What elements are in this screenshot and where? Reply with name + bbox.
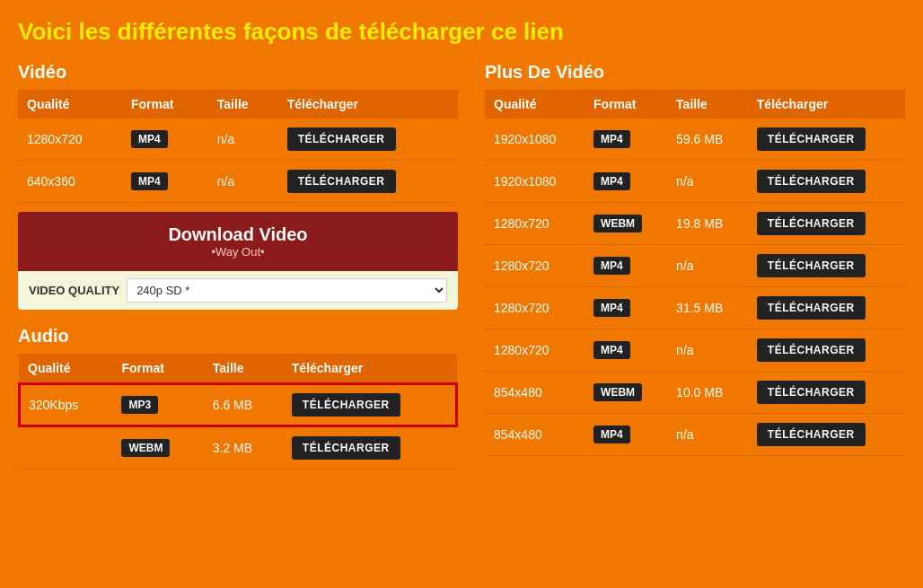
format-cell: WEBM <box>585 203 667 245</box>
audio-table: Qualité Format Taille Télécharger 320Kbp… <box>18 354 458 470</box>
dv-quality-label: VIDEO QUALITY <box>29 284 119 297</box>
plus-video-section-title: Plus De Vidéo <box>485 62 905 83</box>
table-row: 1280x720 MP4 n/a TÉLÉCHARGER <box>485 245 905 287</box>
page-title: Voici les différentes façons de téléchar… <box>18 18 905 46</box>
download-button[interactable]: TÉLÉCHARGER <box>292 436 400 460</box>
quality-cell: 1280x720 <box>18 118 122 161</box>
video-table: Qualité Format Taille Télécharger 1280x7… <box>18 90 458 203</box>
quality-cell: 1280x720 <box>485 245 585 287</box>
quality-cell: 854x480 <box>485 372 585 414</box>
video-header-quality: Qualité <box>18 90 122 118</box>
download-button[interactable]: TÉLÉCHARGER <box>757 170 866 193</box>
format-badge: MP4 <box>593 172 630 190</box>
download-cell: TÉLÉCHARGER <box>748 203 905 245</box>
quality-cell: 1920x1080 <box>485 118 585 161</box>
table-row: 640x360 MP4 n/a TÉLÉCHARGER <box>18 161 458 203</box>
table-row: 854x480 WEBM 10.0 MB TÉLÉCHARGER <box>485 372 905 414</box>
download-button[interactable]: TÉLÉCHARGER <box>757 381 866 404</box>
quality-cell: 1280x720 <box>485 287 585 329</box>
size-cell: 10.0 MB <box>667 372 748 414</box>
video-header-telecharger: Télécharger <box>278 90 458 118</box>
download-cell: TÉLÉCHARGER <box>748 287 905 329</box>
table-row: WEBM 3.2 MB TÉLÉCHARGER <box>19 426 457 470</box>
format-badge: MP4 <box>593 299 630 317</box>
plus-header-telecharger: Télécharger <box>748 90 905 118</box>
download-cell: TÉLÉCHARGER <box>748 245 905 287</box>
download-cell: TÉLÉCHARGER <box>748 329 905 372</box>
download-cell: TÉLÉCHARGER <box>283 426 457 470</box>
quality-cell <box>19 426 112 470</box>
format-cell: MP4 <box>585 287 667 329</box>
format-badge: MP4 <box>593 130 630 148</box>
table-row: 1920x1080 MP4 59.6 MB TÉLÉCHARGER <box>485 118 905 161</box>
download-video-box: Download Video •Way Out• VIDEO QUALITY 2… <box>18 212 458 310</box>
download-cell: TÉLÉCHARGER <box>278 118 458 161</box>
format-cell: MP4 <box>122 118 208 161</box>
quality-cell: 1920x1080 <box>485 161 585 203</box>
table-row: 1920x1080 MP4 n/a TÉLÉCHARGER <box>485 161 905 203</box>
format-cell: MP4 <box>585 329 667 372</box>
audio-section-title: Audio <box>18 326 458 347</box>
format-badge: WEBM <box>593 383 642 401</box>
audio-header-quality: Qualité <box>19 354 112 383</box>
download-button[interactable]: TÉLÉCHARGER <box>287 127 396 151</box>
size-cell: 19.8 MB <box>667 203 748 245</box>
download-button[interactable]: TÉLÉCHARGER <box>757 423 866 446</box>
table-row: 1280x720 MP4 31.5 MB TÉLÉCHARGER <box>485 287 905 329</box>
video-header-format: Format <box>122 90 208 118</box>
size-cell: n/a <box>667 245 748 287</box>
plus-header-quality: Qualité <box>485 90 585 118</box>
format-badge: MP4 <box>593 341 630 359</box>
download-button[interactable]: TÉLÉCHARGER <box>757 254 866 277</box>
format-cell: MP4 <box>585 245 667 287</box>
download-cell: TÉLÉCHARGER <box>278 161 458 203</box>
format-cell: MP4 <box>122 161 208 203</box>
dv-subtitle: •Way Out• <box>31 245 445 259</box>
format-badge: MP4 <box>593 426 630 443</box>
download-cell: TÉLÉCHARGER <box>748 118 905 161</box>
format-badge: MP4 <box>131 172 168 190</box>
table-row: 1280x720 WEBM 19.8 MB TÉLÉCHARGER <box>485 203 905 245</box>
audio-header-taille: Taille <box>204 354 283 383</box>
video-section-title: Vidéo <box>18 62 458 83</box>
format-cell: MP4 <box>585 118 667 161</box>
video-header-taille: Taille <box>208 90 278 118</box>
download-cell: TÉLÉCHARGER <box>283 383 457 426</box>
download-button[interactable]: TÉLÉCHARGER <box>757 212 866 235</box>
format-cell: MP4 <box>585 161 667 203</box>
download-button[interactable]: TÉLÉCHARGER <box>757 338 866 362</box>
quality-cell: 640x360 <box>18 161 122 203</box>
size-cell: n/a <box>667 161 748 203</box>
format-badge: MP4 <box>131 130 168 148</box>
download-button[interactable]: TÉLÉCHARGER <box>757 127 866 151</box>
table-row: 854x480 MP4 n/a TÉLÉCHARGER <box>485 414 905 456</box>
quality-cell: 854x480 <box>485 414 585 456</box>
format-badge: WEBM <box>593 215 642 233</box>
size-cell: n/a <box>667 329 748 372</box>
download-cell: TÉLÉCHARGER <box>748 372 905 414</box>
format-cell: MP4 <box>585 414 667 456</box>
plus-header-format: Format <box>585 90 667 118</box>
table-row: 320Kbps MP3 6.6 MB TÉLÉCHARGER <box>19 383 457 426</box>
quality-cell: 1280x720 <box>485 203 585 245</box>
format-badge: MP3 <box>121 396 158 414</box>
download-button[interactable]: TÉLÉCHARGER <box>287 170 396 193</box>
plus-header-taille: Taille <box>667 90 748 118</box>
dv-title: Download Video <box>31 224 445 245</box>
download-button[interactable]: TÉLÉCHARGER <box>292 393 400 417</box>
size-cell: n/a <box>208 118 278 161</box>
quality-cell: 1280x720 <box>485 329 585 372</box>
audio-header-format: Format <box>112 354 203 383</box>
download-cell: TÉLÉCHARGER <box>748 414 905 456</box>
table-row: 1280x720 MP4 n/a TÉLÉCHARGER <box>485 329 905 372</box>
size-cell: 59.6 MB <box>667 118 748 161</box>
format-cell: WEBM <box>585 372 667 414</box>
size-cell: n/a <box>667 414 748 456</box>
download-button[interactable]: TÉLÉCHARGER <box>757 296 866 320</box>
size-cell: 31.5 MB <box>667 287 748 329</box>
audio-header-telecharger: Télécharger <box>283 354 457 383</box>
table-row: 1280x720 MP4 n/a TÉLÉCHARGER <box>18 118 458 161</box>
dv-quality-select[interactable]: 240p SD *360p720p1080p <box>127 278 447 303</box>
quality-cell: 320Kbps <box>19 383 112 426</box>
size-cell: 6.6 MB <box>204 383 283 426</box>
